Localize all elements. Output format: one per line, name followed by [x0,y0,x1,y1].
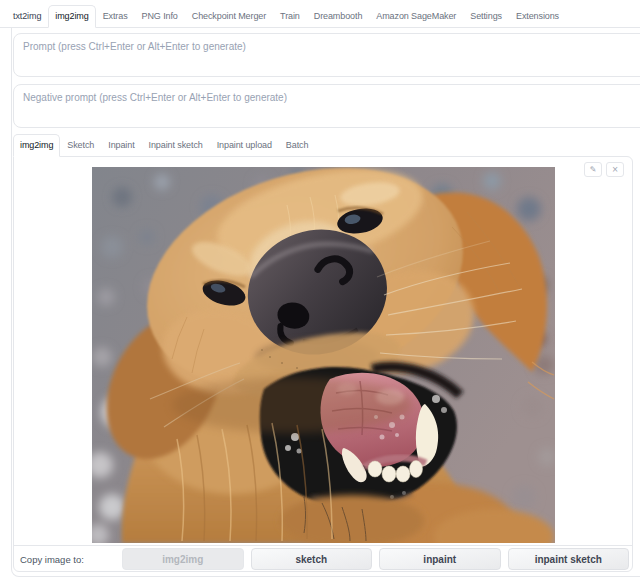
dog-photo-illustration [92,167,555,543]
input-image-dropzone[interactable] [92,167,555,543]
inner-tab-batch[interactable]: Batch [279,134,316,157]
tab-settings[interactable]: Settings [463,5,509,28]
tab-png-info[interactable]: PNG Info [135,5,185,28]
tab-img2img[interactable]: img2img [48,5,95,28]
copy-to-inpaint-button[interactable]: inpaint [379,548,501,570]
main-tab-bar: txt2img img2img Extras PNG Info Checkpoi… [0,0,640,28]
tab-checkpoint-merger[interactable]: Checkpoint Merger [185,5,273,28]
tab-extras[interactable]: Extras [96,5,135,28]
inner-tab-inpaint[interactable]: Inpaint [101,134,141,157]
prompt-field-container [13,33,640,77]
copy-to-img2img-button[interactable]: img2img [122,548,244,570]
copy-to-sketch-button[interactable]: sketch [251,548,373,570]
clear-image-button[interactable]: × [606,162,624,177]
img2img-mode-tab-bar: img2img Sketch Inpaint Inpaint sketch In… [13,134,315,157]
inner-tab-img2img[interactable]: img2img [13,134,60,157]
tab-extensions[interactable]: Extensions [509,5,566,28]
tab-amazon-sagemaker[interactable]: Amazon SageMaker [369,5,463,28]
negative-prompt-field-container [13,84,640,128]
inner-tab-inpaint-upload[interactable]: Inpaint upload [210,134,279,157]
tab-dreambooth[interactable]: Dreambooth [307,5,370,28]
inner-tab-sketch[interactable]: Sketch [60,134,101,157]
tab-txt2img[interactable]: txt2img [6,5,48,28]
inner-tab-inpaint-sketch[interactable]: Inpaint sketch [142,134,210,157]
image-toolbar: ✎ × [584,162,624,177]
edit-image-button[interactable]: ✎ [584,162,602,177]
x-icon: × [612,165,619,174]
prompt-input[interactable] [14,34,640,76]
copy-image-to-row: Copy image to: img2img sketch inpaint in… [14,546,632,572]
copy-to-inpaint-sketch-button[interactable]: inpaint sketch [508,548,630,570]
negative-prompt-input[interactable] [14,85,640,127]
copy-image-to-label: Copy image to: [20,554,115,565]
pencil-icon: ✎ [590,165,597,174]
tab-train[interactable]: Train [273,5,307,28]
